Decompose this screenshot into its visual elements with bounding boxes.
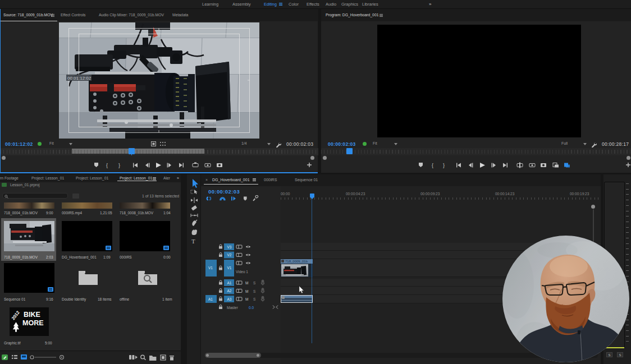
svg-text:A2: A2 — [227, 289, 232, 293]
svg-text:T: T — [191, 238, 195, 245]
svg-text:V2: V2 — [227, 253, 232, 257]
svg-text:Master: Master — [227, 306, 239, 310]
svg-text:V1: V1 — [227, 266, 232, 270]
svg-text:S: S — [253, 297, 256, 301]
svg-text:A1: A1 — [208, 297, 213, 301]
svg-text:00:01:12:02: 00:01:12:02 — [67, 76, 92, 81]
svg-text:{: { — [106, 163, 108, 168]
svg-text:}: } — [118, 163, 120, 168]
svg-text:0.0: 0.0 — [249, 306, 254, 310]
svg-text:M: M — [245, 289, 248, 293]
svg-text:{: { — [432, 163, 433, 168]
svg-text:V3: V3 — [227, 245, 232, 249]
svg-text:S: S — [253, 289, 256, 293]
svg-text:A3: A3 — [227, 297, 232, 301]
svg-text:S: S — [253, 281, 256, 285]
svg-text:M: M — [245, 281, 248, 285]
svg-text:V1: V1 — [208, 266, 213, 270]
svg-text:}: } — [443, 163, 445, 168]
svg-text:M: M — [245, 297, 248, 301]
svg-text:Video 1: Video 1 — [236, 270, 248, 274]
svg-text:A1: A1 — [227, 281, 232, 285]
